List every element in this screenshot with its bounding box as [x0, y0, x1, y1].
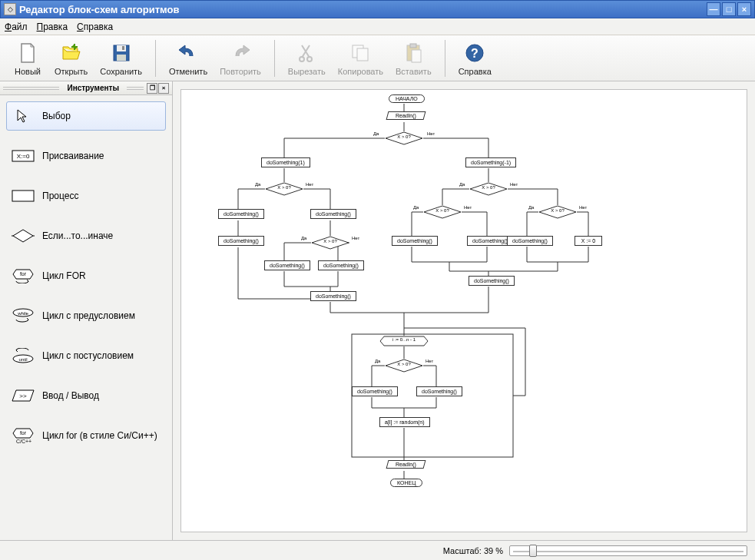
menubar: Файл Правка Справка — [0, 18, 755, 35]
flowchart-connectors — [181, 90, 747, 532]
fc-decision[interactable]: X > 0? — [538, 205, 577, 221]
tool-label: Процесс — [42, 191, 78, 201]
fc-proc[interactable]: a[i] := random(n) — [379, 417, 430, 427]
tool-item-process[interactable]: Процесс — [6, 181, 166, 210]
help-button[interactable]: ? Справка — [453, 38, 497, 78]
undo-button[interactable]: Отменить — [164, 38, 213, 78]
fc-proc[interactable]: doSomething() — [310, 209, 356, 219]
cursor-icon — [12, 108, 35, 124]
fc-proc[interactable]: doSomething(1) — [261, 157, 310, 167]
cfor-loop-icon: forC/C++ — [12, 428, 35, 443]
redo-icon — [228, 41, 253, 65]
tool-label: Цикл с предусловием — [42, 310, 135, 321]
save-button[interactable]: Сохранить — [94, 38, 147, 78]
minimize-button[interactable]: — — [707, 2, 720, 16]
tool-item-select[interactable]: Выбор — [6, 101, 166, 131]
tools-panel: Инструменты ❐ × Выбор X:=0 Присваивание … — [0, 81, 173, 540]
fc-proc[interactable]: doSomething() — [218, 236, 264, 246]
fc-proc[interactable]: doSomething() — [352, 386, 398, 396]
svg-text:for: for — [20, 271, 27, 277]
menu-edit[interactable]: Правка — [37, 22, 68, 32]
svg-text:?: ? — [471, 47, 478, 60]
panel-close-button[interactable]: × — [158, 83, 169, 94]
tool-label: Цикл с постусловием — [42, 350, 134, 361]
cut-button: Вырезать — [283, 38, 331, 78]
fc-readln[interactable]: Readln() — [386, 111, 426, 120]
flowchart-canvas[interactable]: НАЧАЛО Readln() X > 0? Да Нет doSomethin… — [180, 89, 747, 532]
svg-text:>>: >> — [19, 393, 27, 399]
paste-button: Вставить — [390, 38, 437, 78]
paste-label: Вставить — [396, 67, 432, 76]
fc-decision[interactable]: X > 0? — [385, 359, 423, 375]
fc-no-label: Нет — [510, 182, 518, 187]
fc-no-label: Нет — [464, 205, 472, 210]
fc-proc[interactable]: doSomething() — [469, 276, 515, 286]
fc-proc[interactable]: doSomething() — [264, 260, 310, 270]
save-label: Сохранить — [100, 67, 142, 76]
menu-file[interactable]: Файл — [5, 22, 28, 32]
tool-item-cfor[interactable]: forC/C++ Цикл for (в стиле Си/Си++) — [6, 421, 166, 450]
fc-proc[interactable]: doSomething() — [310, 291, 356, 301]
copy-label: Копировать — [338, 67, 383, 76]
tool-item-while[interactable]: while Цикл с предусловием — [6, 301, 166, 330]
svg-rect-7 — [357, 48, 368, 61]
fc-proc[interactable]: doSomething() — [467, 236, 513, 246]
tool-item-until[interactable]: until Цикл с постусловием — [6, 341, 166, 370]
close-button[interactable]: × — [737, 2, 751, 16]
svg-text:until: until — [18, 357, 27, 362]
fc-decision-top[interactable]: X > 0? — [385, 131, 423, 147]
fc-decision[interactable]: X > 0? — [423, 205, 462, 221]
fc-proc[interactable]: doSomething() — [392, 236, 438, 246]
process-icon — [12, 188, 35, 204]
svg-point-4 — [300, 57, 304, 61]
open-button[interactable]: Открыть — [49, 38, 93, 78]
fc-proc[interactable]: doSomething() — [507, 236, 553, 246]
zoom-slider[interactable] — [509, 545, 747, 556]
paste-icon — [401, 41, 426, 65]
fc-start[interactable]: НАЧАЛО — [389, 94, 425, 103]
tool-item-ifelse[interactable]: Если...то...иначе — [6, 221, 166, 250]
fc-end[interactable]: КОНЕЦ — [390, 479, 422, 487]
fc-yes-label: Да — [375, 359, 380, 363]
open-label: Открыть — [55, 67, 88, 76]
fc-no-label: Нет — [352, 236, 359, 240]
tool-item-assignment[interactable]: X:=0 Присваивание — [6, 141, 166, 171]
undo-label: Отменить — [169, 67, 207, 76]
fc-readln2[interactable]: Readln() — [386, 460, 426, 469]
tools-panel-header: Инструменты ❐ × — [0, 81, 172, 95]
zoom-slider-thumb[interactable] — [529, 545, 537, 557]
svg-rect-1 — [117, 45, 126, 51]
fc-proc[interactable]: doSomething() — [416, 386, 462, 396]
fc-proc[interactable]: doSomething(-1) — [465, 157, 516, 167]
tool-label: Выбор — [42, 111, 71, 121]
toolbar-separator — [155, 40, 156, 77]
cut-icon — [294, 41, 319, 65]
panel-detach-button[interactable]: ❐ — [147, 83, 157, 94]
fc-proc[interactable]: X := 0 — [575, 236, 602, 246]
svg-point-5 — [307, 57, 312, 61]
maximize-button[interactable]: □ — [722, 2, 736, 16]
fc-yes-label: Да — [301, 236, 306, 240]
new-label: Новый — [15, 67, 41, 76]
fc-yes-label: Да — [459, 182, 465, 187]
fc-for-loop[interactable]: i := 0...n - 1 — [379, 336, 429, 349]
tool-item-for[interactable]: for Цикл FOR — [6, 261, 166, 290]
toolbar-separator — [445, 40, 445, 77]
toolbar-separator — [274, 40, 275, 77]
fc-decision[interactable]: X > 0? — [265, 182, 303, 198]
redo-button: Повторить — [214, 38, 267, 78]
fc-decision[interactable]: X > 0? — [469, 182, 508, 198]
svg-text:while: while — [17, 311, 28, 316]
tool-item-io[interactable]: >> Ввод / Вывод — [6, 381, 166, 410]
fc-decision[interactable]: X > 0? — [311, 236, 349, 252]
folder-open-icon — [59, 41, 84, 65]
svg-text:C/C++: C/C++ — [16, 439, 31, 444]
fc-proc[interactable]: doSomething() — [218, 209, 264, 219]
tool-label: Цикл FOR — [42, 270, 86, 281]
fc-proc[interactable]: doSomething() — [318, 260, 364, 270]
menu-help[interactable]: Справка — [77, 22, 113, 32]
new-button[interactable]: Новый — [8, 38, 48, 78]
fc-yes-label: Да — [528, 205, 534, 210]
save-icon — [109, 41, 134, 65]
tools-panel-title: Инструменты — [64, 84, 122, 92]
